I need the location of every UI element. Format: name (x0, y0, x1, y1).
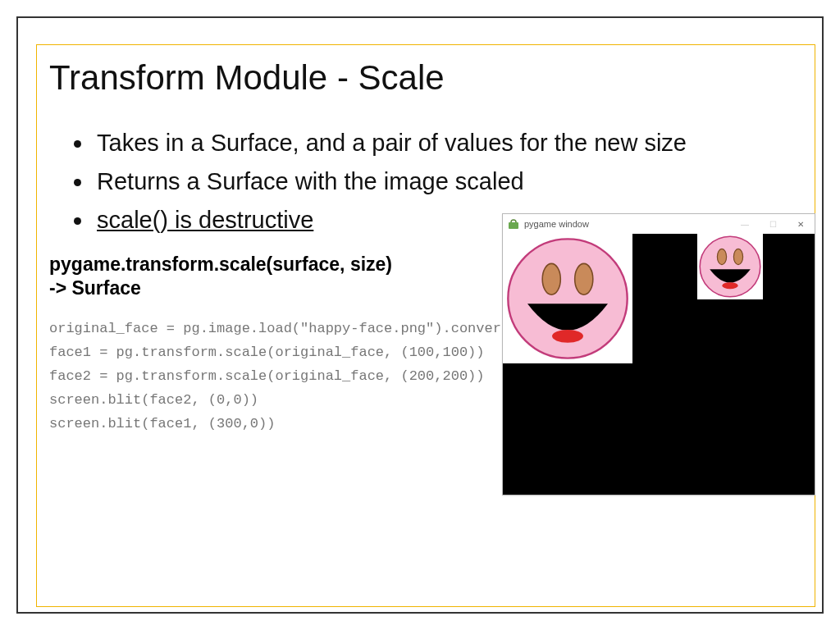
minimize-button[interactable]: — (731, 214, 759, 234)
close-button[interactable]: ✕ (787, 214, 815, 234)
close-icon: ✕ (797, 220, 804, 229)
maximize-button[interactable]: ☐ (759, 214, 787, 234)
pygame-window: pygame window — ☐ ✕ (502, 213, 815, 495)
svg-point-8 (722, 282, 737, 289)
svg-rect-0 (509, 222, 518, 229)
svg-point-7 (733, 249, 742, 264)
window-titlebar: pygame window — ☐ ✕ (503, 214, 815, 234)
svg-point-4 (552, 330, 583, 343)
pygame-canvas (503, 234, 815, 495)
bullet-item: Returns a Surface with the image scaled (94, 163, 799, 200)
svg-point-6 (717, 249, 726, 264)
maximize-icon: ☐ (769, 220, 777, 229)
svg-point-3 (575, 263, 593, 294)
pygame-icon (508, 218, 519, 230)
face-small (697, 234, 763, 299)
window-controls: — ☐ ✕ (731, 214, 815, 234)
window-caption: pygame window (524, 219, 731, 229)
bullet-item: Takes in a Surface, and a pair of values… (94, 125, 799, 162)
svg-point-2 (542, 263, 560, 294)
page-title: Transform Module - Scale (49, 59, 799, 97)
minimize-icon: — (741, 220, 749, 229)
bullet-item-underlined: scale() is destructive (97, 207, 313, 233)
face-large (503, 234, 632, 363)
